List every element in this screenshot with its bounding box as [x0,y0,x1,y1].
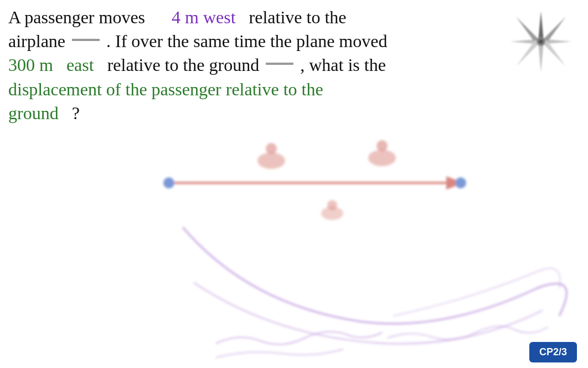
cp-badge-label: CP2/3 [539,346,567,357]
relative-to-the: relative to the [249,7,347,27]
relative-ground: relative to the ground [107,55,260,75]
distance1: 4 m [172,7,199,27]
svg-point-9 [539,39,543,44]
line2-mid: . If over the same time the plane moved [106,31,387,51]
svg-point-13 [376,140,388,151]
physics-diagram [83,127,570,360]
svg-point-11 [266,143,277,154]
direction-east: east [66,55,94,75]
displacement-text: displacement of the passenger relative t… [8,79,323,99]
svg-marker-0 [538,11,544,42]
svg-point-15 [163,177,174,188]
svg-point-12 [368,150,396,166]
airplane-label: airplane [8,31,65,51]
blank1 [72,39,100,41]
direction-west: west [203,7,236,27]
line1-prefix: A passenger moves [8,7,145,27]
svg-point-10 [257,152,285,169]
svg-marker-7 [516,40,539,67]
cp-badge: CP2/3 [529,342,577,362]
svg-marker-1 [538,42,544,72]
compass-rose [505,6,577,78]
question-mark: ? [63,103,80,123]
problem-text: A passenger moves 4 m west relative to t… [8,6,429,125]
svg-point-16 [455,177,466,188]
distance2: 300 m [8,55,53,75]
svg-marker-5 [516,17,539,43]
svg-point-18 [327,200,337,210]
blank2 [266,63,293,65]
what-is-the: , what is the [300,55,386,75]
svg-marker-6 [543,40,566,67]
ground-label: ground [8,103,59,123]
svg-marker-4 [543,17,566,43]
